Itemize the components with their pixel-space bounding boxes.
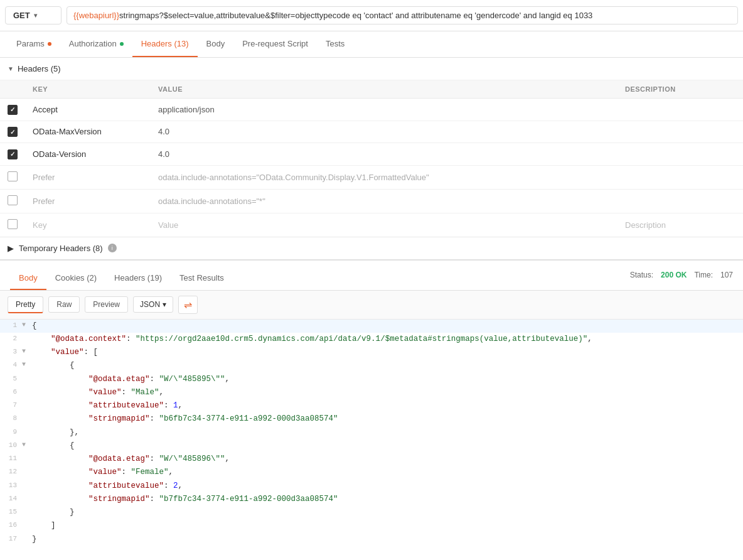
row-desc-cell[interactable] (617, 165, 743, 189)
row-desc-cell[interactable] (617, 121, 743, 143)
row-key-cell[interactable]: Accept (25, 99, 151, 121)
tab-tests-label: Tests (326, 39, 345, 48)
row-value-cell[interactable]: odata.include-annotations="OData.Communi… (151, 165, 617, 189)
line-content: { (32, 320, 743, 333)
row-checkbox-cell[interactable] (0, 143, 25, 166)
format-selector[interactable]: JSON ▾ (133, 296, 173, 313)
method-value: GET (13, 11, 30, 20)
table-row: OData-Version 4.0 (0, 143, 743, 166)
chevron-down-icon: ▼ (8, 65, 14, 72)
headers-section-toggle[interactable]: ▼ Headers (5) (0, 58, 743, 80)
row-value-cell[interactable]: 4.0 (151, 143, 617, 166)
row-desc-cell[interactable] (617, 99, 743, 121)
tab-authorization[interactable]: Authorization (60, 31, 132, 57)
fold-toggle[interactable]: ▼ (22, 439, 32, 450)
row-value-cell[interactable]: odata.include-annotations="*" (151, 189, 617, 213)
line-content: }, (32, 426, 743, 439)
line-content: "@odata.etag": "W/\"485895\"", (32, 373, 743, 386)
row-desc-cell[interactable]: Description (617, 213, 743, 237)
row-checkbox-cell[interactable] (0, 99, 25, 121)
line-number: 7 (0, 399, 22, 411)
tab-pre-request[interactable]: Pre-request Script (233, 31, 317, 57)
row-value-cell[interactable]: application/json (151, 99, 617, 121)
request-tabs: Params Authorization Headers (13) Body P… (0, 31, 743, 58)
chevron-right-icon: ▶ (8, 244, 14, 253)
response-tabs: Body Cookies (2) Headers (19) Test Resul… (10, 267, 233, 290)
response-tab-test-results[interactable]: Test Results (171, 267, 233, 290)
response-tab-cookies[interactable]: Cookies (2) (46, 267, 105, 290)
tab-authorization-label: Authorization (69, 39, 117, 48)
line-number: 2 (0, 333, 22, 345)
tab-params[interactable]: Params (8, 31, 60, 57)
raw-button[interactable]: Raw (48, 296, 80, 313)
wrap-button[interactable]: ⇌ (178, 296, 198, 314)
fold-toggle[interactable]: ▼ (22, 346, 32, 357)
code-line: 14 "stringmapid": "b7fb7c34-3774-e911-a9… (0, 493, 743, 506)
row-value-cell[interactable]: 4.0 (151, 121, 617, 143)
line-content: } (32, 533, 743, 546)
row-value-cell[interactable]: Value (151, 213, 617, 237)
tab-params-label: Params (16, 39, 45, 48)
row-checkbox-cell[interactable] (0, 121, 25, 143)
info-icon[interactable]: i (108, 244, 117, 252)
line-number: 17 (0, 533, 22, 545)
tab-body[interactable]: Body (198, 31, 234, 57)
row-desc-cell[interactable] (617, 143, 743, 166)
row-checkbox[interactable] (8, 105, 18, 115)
table-row: OData-MaxVersion 4.0 (0, 121, 743, 143)
line-number: 3 (0, 346, 22, 358)
col-header-description: DESCRIPTION (617, 80, 743, 99)
row-checkbox[interactable] (8, 149, 18, 159)
row-checkbox[interactable] (8, 171, 18, 181)
line-content: { (32, 359, 743, 372)
row-key-cell[interactable]: Prefer (25, 165, 151, 189)
temp-headers-label: Temporary Headers (8) (19, 244, 103, 253)
row-key-cell[interactable]: OData-MaxVersion (25, 121, 151, 143)
time-value: 107 (720, 271, 733, 279)
code-line: 13 "attributevalue": 2, (0, 480, 743, 493)
line-number: 9 (0, 426, 22, 438)
pretty-button[interactable]: Pretty (8, 296, 43, 313)
response-tab-test-results-label: Test Results (179, 273, 224, 283)
response-tab-headers[interactable]: Headers (19) (105, 267, 171, 290)
tab-headers[interactable]: Headers (13) (132, 31, 198, 57)
row-key-cell[interactable]: Prefer (25, 189, 151, 213)
url-input-display[interactable]: {{webapiurl}}stringmaps?$select=value,at… (67, 6, 738, 24)
tab-tests[interactable]: Tests (317, 31, 353, 57)
line-content: } (32, 506, 743, 519)
row-checkbox-cell[interactable] (0, 165, 25, 189)
temp-headers-toggle[interactable]: ▶ Temporary Headers (8) i (0, 237, 743, 259)
row-checkbox-cell[interactable] (0, 189, 25, 213)
line-number: 16 (0, 519, 22, 531)
status-info: Status: 200 OK Time: 107 (630, 271, 733, 286)
row-checkbox-cell[interactable] (0, 213, 25, 237)
line-content: "value": "Male", (32, 386, 743, 399)
row-key-cell[interactable]: Key (25, 213, 151, 237)
tab-pre-request-label: Pre-request Script (242, 39, 308, 48)
row-key: OData-Version (33, 149, 86, 159)
fold-toggle[interactable]: ▼ (22, 359, 32, 370)
line-content: { (32, 439, 743, 453)
code-line: 11 "@odata.etag": "W/\"485896\"", (0, 453, 743, 466)
code-line: 7 "attributevalue": 1, (0, 399, 743, 412)
format-chevron: ▾ (163, 300, 166, 309)
preview-button[interactable]: Preview (85, 296, 128, 313)
url-suffix: stringmaps?$select=value,attributevalue&… (119, 11, 592, 20)
row-key: OData-MaxVersion (33, 127, 102, 136)
line-content: ] (32, 519, 743, 532)
code-line: 5 "@odata.etag": "W/\"485895\"", (0, 373, 743, 386)
fold-toggle[interactable]: ▼ (22, 320, 32, 330)
format-value: JSON (140, 300, 160, 309)
response-tab-body[interactable]: Body (10, 267, 46, 290)
row-checkbox[interactable] (8, 127, 18, 137)
headers-section-title: Headers (5) (18, 64, 61, 73)
col-header-value: VALUE (151, 80, 617, 99)
method-selector[interactable]: GET ▾ (5, 6, 61, 24)
line-content: "@odata.context": "https://orgd2aae10d.c… (32, 333, 743, 346)
row-checkbox[interactable] (8, 195, 18, 205)
row-key: Prefer (33, 173, 55, 182)
row-desc-cell[interactable] (617, 189, 743, 213)
row-key-placeholder: Key (33, 220, 46, 230)
row-checkbox[interactable] (8, 219, 18, 229)
row-key-cell[interactable]: OData-Version (25, 143, 151, 166)
